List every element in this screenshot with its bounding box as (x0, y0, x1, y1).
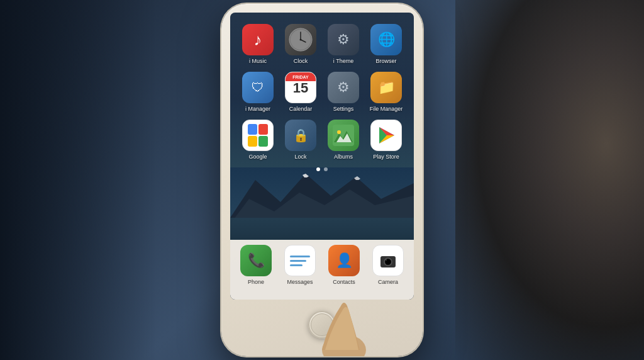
filemanager-icon: 📁 (370, 72, 402, 103)
dock-row: 📞 Phone Messages (234, 245, 410, 285)
itheme-icon: ⚙ (328, 24, 359, 55)
dock-phone-icon: 📞 (240, 245, 272, 276)
messages-lines (286, 252, 314, 270)
globe-icon: 🌐 (378, 31, 395, 48)
app-grid: ♪ i Music (230, 19, 414, 181)
app-settings[interactable]: ⚙ Settings (324, 72, 363, 112)
app-itheme[interactable]: ⚙ i Theme (324, 24, 363, 64)
calendar-icon: FRIDAY 15 (285, 72, 316, 103)
svg-point-25 (386, 259, 387, 261)
app-imusic[interactable]: ♪ i Music (238, 24, 277, 64)
albums-label: Albums (334, 154, 353, 160)
settings-gear-icon: ⚙ (337, 79, 350, 96)
app-albums[interactable]: Albums (324, 120, 363, 160)
dock-contacts-label: Contacts (333, 279, 355, 285)
lock-icon-bg: 🔒 (285, 120, 316, 151)
msg-line-3 (290, 264, 303, 266)
bg-left-shadow (0, 0, 157, 360)
app-row-2: 🛡 i Manager FRIDAY 15 Calendar ⚙ (236, 72, 408, 112)
clock-icon (285, 24, 316, 55)
google-cell-yellow (248, 136, 257, 147)
phone-handset-icon: 📞 (248, 252, 265, 269)
calendar-date: 15 (286, 81, 316, 95)
calendar-label: Calendar (289, 106, 313, 112)
app-row-3: Google 🔒 Lock (236, 120, 408, 160)
app-filemanager[interactable]: 📁 File Manager (367, 72, 406, 112)
app-browser[interactable]: 🌐 Browser (367, 24, 406, 64)
dock-messages-icon (284, 245, 316, 276)
app-playstore[interactable]: Play Store (367, 120, 406, 160)
svg-rect-12 (333, 125, 354, 146)
music-note-icon: ♪ (254, 30, 262, 50)
phone-body: ♪ i Music (221, 4, 423, 356)
imanager-icon: 🛡 (242, 72, 274, 103)
google-cell-blue (248, 124, 257, 135)
imusic-icon: ♪ (242, 24, 274, 55)
dock-phone-label: Phone (248, 279, 264, 285)
playstore-icon (370, 120, 402, 151)
finger-overlay (309, 287, 385, 356)
dock-phone[interactable]: 📞 Phone (236, 245, 275, 285)
page-dots (236, 167, 408, 171)
page-dot-1[interactable] (316, 167, 320, 171)
clock-label: Clock (294, 58, 308, 64)
imusic-label: i Music (249, 58, 267, 64)
itheme-label: i Theme (333, 58, 353, 64)
google-label: Google (248, 154, 267, 160)
lock-label: Lock (294, 154, 306, 160)
phone-screen: ♪ i Music (230, 13, 414, 300)
shield-icon: 🛡 (252, 81, 264, 95)
lock-icon: 🔒 (293, 128, 309, 143)
svg-marker-4 (230, 218, 414, 243)
google-icon (242, 120, 274, 151)
app-clock[interactable]: Clock (281, 24, 320, 64)
settings-icon: ⚙ (328, 72, 359, 103)
phone: ♪ i Music (221, 4, 423, 356)
dock-contacts-icon: 👤 (328, 245, 360, 276)
dock-messages[interactable]: Messages (280, 245, 319, 285)
dock-camera-icon (372, 245, 404, 276)
imanager-label: i Manager (245, 106, 270, 112)
app-imanager[interactable]: 🛡 i Manager (238, 72, 277, 112)
settings-label: Settings (333, 106, 354, 112)
person-icon: 👤 (336, 252, 353, 269)
app-row-1: ♪ i Music (236, 24, 408, 64)
dock-camera-label: Camera (378, 279, 398, 285)
dock-contacts[interactable]: 👤 Contacts (325, 245, 364, 285)
browser-label: Browser (375, 58, 396, 64)
google-cell-green (258, 136, 268, 147)
theme-gear-icon: ⚙ (337, 31, 350, 48)
bg-person-silhouette (455, 0, 644, 360)
albums-icon (328, 120, 359, 151)
msg-line-1 (290, 256, 310, 257)
dock-camera[interactable]: Camera (369, 245, 408, 285)
browser-icon: 🌐 (370, 24, 402, 55)
svg-point-15 (337, 130, 341, 134)
msg-line-2 (290, 260, 306, 262)
app-lock[interactable]: 🔒 Lock (281, 120, 320, 160)
app-calendar[interactable]: FRIDAY 15 Calendar (281, 72, 320, 112)
playstore-label: Play Store (373, 154, 399, 160)
folder-icon: 📁 (378, 79, 395, 96)
dock-messages-label: Messages (287, 279, 313, 285)
page-dot-2[interactable] (324, 167, 328, 171)
filemanager-label: File Manager (370, 106, 403, 112)
app-google[interactable]: Google (238, 120, 277, 160)
google-cell-red (258, 124, 268, 135)
